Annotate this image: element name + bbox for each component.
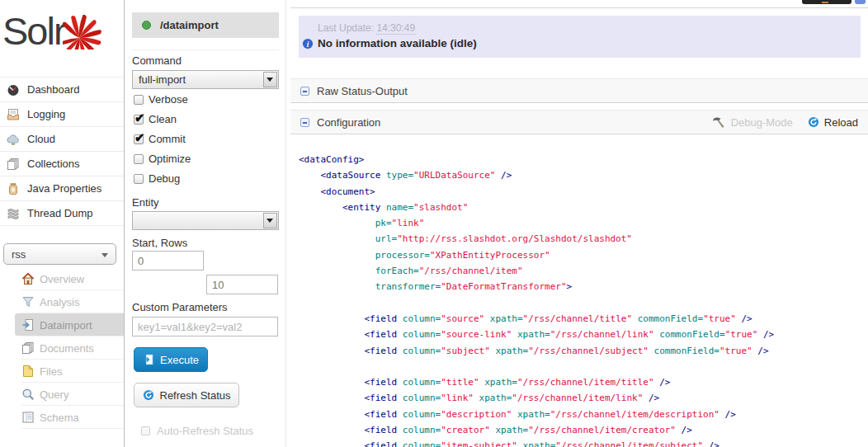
option-clean[interactable]: Clean (134, 113, 191, 125)
checkbox-clean[interactable] (134, 115, 144, 125)
content-area: Last Update: 14:30:49 i No information a… (287, 0, 868, 447)
handler-status-dot-icon (142, 21, 151, 30)
reload-link[interactable]: Reload (808, 116, 858, 129)
option-debug[interactable]: Debug (134, 172, 191, 185)
xml-config-line: <field column="description" xpath="/rss/… (299, 407, 774, 422)
dashboard-icon (7, 83, 20, 96)
checkbox-commit[interactable] (134, 134, 144, 144)
command-select[interactable]: full-import (132, 70, 279, 89)
command-select-value: full-import (139, 73, 186, 86)
solr-logo-text: Solr (2, 8, 65, 54)
core-menu-item-documents[interactable]: Documents (0, 336, 124, 360)
sidebar-item-java-properties[interactable]: Java Properties (0, 176, 124, 201)
option-optimize[interactable]: Optimize (134, 153, 191, 165)
entity-label: Entity (132, 196, 159, 209)
cloud-icon (7, 133, 20, 146)
schema-icon (21, 411, 35, 424)
raw-status-output-title: Raw Status-Output (317, 85, 408, 97)
option-checkboxes: VerboseCleanCommitOptimizeDebug (134, 93, 191, 185)
chevron-down-icon (101, 253, 108, 261)
collapse-toggle-icon[interactable] (300, 87, 309, 96)
auto-refresh-label: Auto-Refresh Status (157, 425, 253, 437)
last-update-time: 14:30:49 (376, 22, 415, 35)
xml-config-line: forEach="/rss/channel/item" (299, 263, 774, 279)
xml-config-line: <entity name="slashdot" (299, 200, 774, 215)
start-input[interactable] (132, 251, 204, 271)
xml-config-line: url="http://rss.slashdot.org/Slashdot/sl… (299, 231, 774, 247)
core-menu-item-label: Files (40, 365, 62, 378)
solr-logo-flare-icon (63, 2, 114, 49)
xml-config-line (299, 295, 774, 311)
chevron-down-icon (263, 72, 277, 87)
dataimport-xml-config: <dataConfig> <dataSource type="URLDataSo… (299, 152, 774, 447)
collapse-toggle-icon[interactable] (300, 118, 309, 127)
sidebar-item-logging[interactable]: Logging (0, 102, 124, 127)
xml-config-line: <document> (299, 184, 774, 200)
auto-refresh-status-checkbox-row[interactable]: Auto-Refresh Status (141, 425, 253, 437)
logging-icon (7, 108, 20, 121)
auto-refresh-checkbox[interactable] (141, 426, 150, 435)
sidebar-item-collections[interactable]: Collections (0, 152, 124, 176)
divider (290, 7, 868, 8)
configuration-section-header[interactable]: Configuration Debug-Mode Reload (290, 110, 868, 134)
core-menu-item-label: Query (40, 388, 68, 401)
option-verbose[interactable]: Verbose (134, 93, 191, 106)
cropped-badge-fragment (855, 0, 866, 4)
xml-config-line: <field column="subject" xpath="/rss/chan… (299, 343, 774, 359)
execute-icon (143, 354, 154, 365)
option-label: Clean (149, 113, 177, 125)
solr-logo[interactable]: Solr (0, 0, 124, 74)
configuration-actions: Debug-Mode Reload (711, 115, 858, 129)
core-menu-item-schema[interactable]: Schema (0, 406, 124, 429)
hammer-icon (711, 115, 726, 129)
sidebar-item-thread-dump[interactable]: Thread Dump (0, 201, 124, 226)
core-menu-item-analysis[interactable]: Analysis (0, 290, 124, 313)
checkbox-verbose[interactable] (134, 95, 144, 105)
refresh-icon (143, 389, 154, 401)
reload-icon (808, 116, 819, 128)
sidebar-item-label: Dashboard (27, 83, 80, 96)
dataimport-form-panel: /dataimport Command full-import VerboseC… (125, 0, 286, 447)
checkbox-optimize[interactable] (134, 154, 144, 164)
core-menu-item-query[interactable]: Query (0, 383, 124, 406)
dataimport-icon (21, 318, 35, 332)
xml-config-line (299, 359, 774, 374)
sidebar-item-dashboard[interactable]: Dashboard (0, 78, 124, 102)
xml-config-line: <field column="link" xpath="/rss/channel… (299, 390, 774, 406)
info-icon: i (302, 38, 314, 49)
xml-config-line: processor="XPathEntityProcessor" (299, 247, 774, 263)
option-label: Commit (149, 133, 186, 145)
rows-input[interactable] (206, 275, 278, 294)
custom-parameters-label: Custom Parameters (132, 301, 228, 313)
xml-config-line: <field column="item-subject" xpath="/rss… (299, 438, 774, 447)
execute-button[interactable]: Execute (134, 347, 208, 372)
xml-config-line: pk="link" (299, 215, 774, 231)
files-icon (21, 365, 35, 378)
option-label: Optimize (149, 153, 191, 165)
core-menu-item-files[interactable]: Files (0, 360, 124, 383)
core-menu-item-overview[interactable]: Overview (0, 267, 124, 290)
raw-status-output-section-header[interactable]: Raw Status-Output (290, 78, 868, 103)
option-commit[interactable]: Commit (134, 133, 191, 145)
custom-parameters-input[interactable] (132, 317, 278, 336)
xml-config-line: <field column="source-link" xpath="/rss/… (299, 327, 774, 342)
core-menu-item-label: Dataimport (40, 319, 92, 332)
core-selector-dropdown[interactable]: rss (3, 243, 116, 265)
main-nav: DashboardLoggingCloudCollectionsJava Pro… (0, 77, 124, 226)
entity-select[interactable] (132, 211, 279, 230)
sidebar-item-label: Java Properties (27, 182, 101, 195)
checkbox-debug[interactable] (134, 174, 144, 184)
refresh-status-button-label: Refresh Status (160, 389, 231, 402)
query-icon (21, 388, 35, 401)
thread-dump-icon (7, 207, 20, 220)
refresh-status-button[interactable]: Refresh Status (134, 383, 239, 407)
xml-config-line: <field column="source" xpath="/rss/chann… (299, 311, 774, 327)
handler-header: /dataimport (132, 12, 279, 38)
core-menu-item-label: Documents (40, 342, 94, 355)
core-menu-item-dataimport[interactable]: Dataimport (0, 313, 124, 336)
sidebar-item-label: Collections (27, 158, 80, 170)
sidebar-item-cloud[interactable]: Cloud (0, 127, 124, 152)
core-menu-item-label: Overview (40, 273, 84, 285)
debug-mode-link[interactable]: Debug-Mode (711, 115, 793, 129)
core-selector-value: rss (12, 248, 26, 261)
